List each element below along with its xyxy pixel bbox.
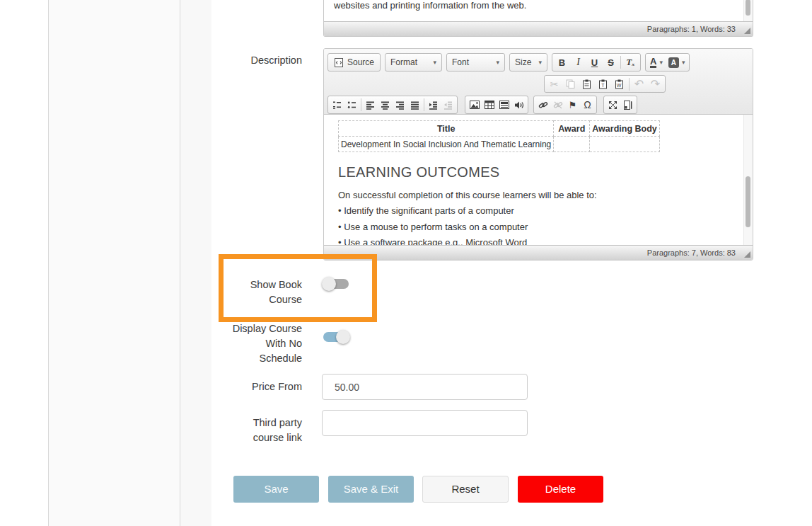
chevron-down-icon: ▾ (682, 59, 685, 66)
paste-from-word-button[interactable]: W (611, 76, 627, 92)
resize-grip-icon[interactable] (744, 251, 750, 258)
third-party-link-label: Third party course link (231, 416, 302, 445)
source-button[interactable]: Source (327, 53, 381, 72)
justify-button[interactable] (407, 97, 422, 113)
source-button-label: Source (347, 57, 374, 67)
background-color-button[interactable]: A ▾ (666, 55, 688, 70)
show-book-course-label: Show Book Course (231, 278, 302, 307)
save-button[interactable]: Save (233, 476, 319, 503)
underline-button[interactable]: U (586, 55, 603, 70)
panel-icon (499, 101, 509, 109)
paste-button[interactable] (579, 76, 595, 92)
third-party-link-input[interactable] (322, 410, 528, 436)
delete-button[interactable]: Delete (518, 476, 603, 503)
italic-button[interactable]: I (570, 55, 586, 70)
paste-from-word-icon: W (615, 79, 624, 89)
font-dropdown[interactable]: Font ▾ (446, 53, 505, 72)
unlink-button[interactable] (550, 97, 565, 113)
paste-plain-text-icon: T (598, 79, 608, 89)
numbered-list-icon (332, 101, 342, 110)
source-icon (334, 58, 344, 67)
link-icon (538, 101, 548, 110)
chevron-down-icon: ▾ (539, 59, 543, 66)
price-from-label: Price From (231, 379, 302, 394)
special-character-button[interactable]: Ω (580, 97, 595, 113)
overview-editor-text: websites and printing information from t… (334, 0, 526, 12)
maximize-button[interactable] (605, 97, 620, 113)
left-gutter-strip (180, 0, 211, 526)
link-button[interactable] (535, 97, 550, 113)
show-blocks-button[interactable] (620, 97, 635, 113)
toolbar-separator (629, 78, 630, 91)
price-from-input[interactable] (322, 374, 528, 400)
display-course-toggle[interactable] (323, 332, 349, 342)
svg-text:W: W (617, 83, 622, 88)
indent-decrease-icon (443, 101, 453, 110)
size-dropdown-label: Size (515, 57, 531, 67)
editor-scrollbar[interactable] (743, 115, 753, 245)
toggle-knob[interactable] (322, 277, 336, 291)
underline-icon: U (591, 57, 598, 68)
copy-button[interactable] (562, 76, 579, 92)
toolbar-separator (361, 98, 361, 111)
align-right-button[interactable] (393, 97, 407, 113)
indent-decrease-button[interactable] (441, 97, 456, 113)
align-left-button[interactable] (363, 97, 378, 113)
strikethrough-button[interactable]: S (603, 55, 619, 70)
cell-award (554, 137, 590, 152)
toggle-knob[interactable] (336, 330, 350, 344)
format-dropdown[interactable]: Format ▾ (385, 53, 442, 72)
omega-icon: Ω (584, 99, 591, 110)
chevron-down-icon: ▾ (434, 59, 437, 66)
link-group: ⚑ Ω (533, 96, 597, 114)
overview-editor-content[interactable]: websites and printing information from t… (324, 0, 753, 21)
indent-increase-icon (429, 101, 438, 110)
reset-button[interactable]: Reset (422, 476, 509, 503)
editor-content-area[interactable]: Title Award Awarding Body Development In… (324, 115, 753, 245)
toolbar-row-3: ⚑ Ω (327, 96, 637, 114)
table-header-row: Title Award Awarding Body (339, 121, 660, 137)
undo-icon: ↶ (634, 77, 644, 91)
overview-editor: websites and printing information from t… (323, 0, 753, 37)
cell-course-title: Development In Social Inclusion And Them… (339, 137, 554, 152)
editor-toolbar: Source Format ▾ Font ▾ Size ▾ B I U (324, 49, 753, 115)
indent-increase-button[interactable] (426, 97, 441, 113)
resize-grip-icon[interactable] (744, 28, 750, 34)
align-right-icon (395, 101, 405, 110)
bold-button[interactable]: B (554, 55, 570, 70)
course-edit-page: websites and printing information from t… (0, 0, 812, 526)
overview-editor-scrollbar[interactable] (743, 0, 753, 21)
color-group: A ▾ A ▾ (645, 53, 690, 72)
overview-scrollbar-thumb[interactable] (746, 0, 750, 16)
column-header-awarding-body: Awarding Body (590, 121, 659, 137)
paste-plain-text-button[interactable]: T (595, 76, 611, 92)
align-center-icon (381, 101, 390, 110)
paragraph-group (327, 96, 458, 114)
outcomes-intro: On successful completion of this course … (338, 190, 734, 201)
chevron-down-icon: ▾ (659, 59, 663, 66)
undo-button[interactable]: ↶ (631, 76, 647, 92)
insert-table-button[interactable] (482, 97, 497, 113)
remove-format-button[interactable]: Tₓ (622, 55, 639, 70)
insert-panel-button[interactable] (497, 97, 511, 113)
align-center-button[interactable] (378, 97, 393, 113)
size-dropdown[interactable]: Size ▾ (509, 53, 547, 72)
toolbar-separator (424, 98, 424, 111)
text-style-group: B I U S Tₓ (552, 53, 641, 72)
awards-table[interactable]: Title Award Awarding Body Development In… (338, 120, 660, 152)
bulleted-list-button[interactable] (344, 97, 359, 113)
cut-button[interactable]: ✂ (546, 76, 562, 92)
editor-scrollbar-thumb[interactable] (746, 176, 750, 227)
insert-group (465, 96, 528, 114)
cut-icon: ✂ (550, 79, 559, 90)
insert-audio-button[interactable] (511, 97, 526, 113)
bulleted-list-icon (347, 101, 356, 110)
show-book-course-toggle[interactable] (323, 279, 349, 289)
copy-icon (566, 79, 575, 88)
save-and-exit-button[interactable]: Save & Exit (328, 476, 414, 503)
anchor-button[interactable]: ⚑ (565, 97, 580, 113)
redo-button[interactable]: ↷ (647, 76, 663, 92)
numbered-list-button[interactable] (330, 97, 344, 113)
text-color-button[interactable]: A ▾ (647, 55, 666, 70)
insert-image-button[interactable] (467, 97, 482, 113)
